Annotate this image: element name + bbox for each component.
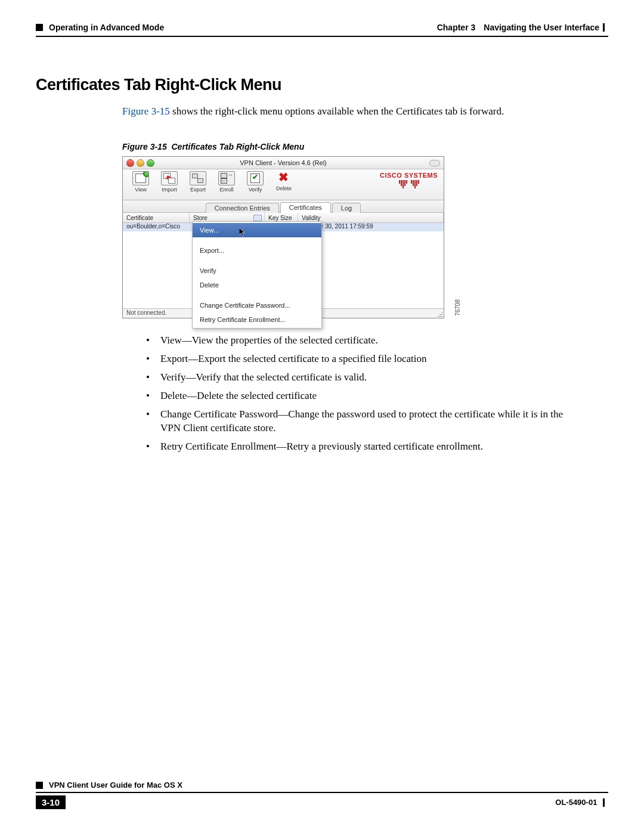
figure-title: Certificates Tab Right-Click Menu [171,142,304,151]
header-rule [36,36,608,37]
page-number: 3-10 [36,795,66,809]
enroll-button-label: Enroll [219,187,233,193]
menu-separator [193,292,321,298]
sort-indicator-icon [253,215,262,221]
figure-caption: Figure 3-15 Certificates Tab Right-Click… [122,142,608,151]
zoom-window-icon[interactable] [147,159,154,167]
menu-item-delete[interactable]: Delete [193,278,321,292]
col-certificate[interactable]: Certificate [123,213,190,222]
footer-bottom: 3-10 OL-5490-01 [36,795,608,809]
enroll-button[interactable]: Enroll [212,171,241,193]
import-button-label: Import [162,187,177,193]
header-left: Operating in Advanced Mode [36,23,164,32]
import-button[interactable]: Import [155,171,184,193]
page-header: Operating in Advanced Mode Chapter 3 Nav… [36,23,608,32]
export-icon [190,171,206,185]
col-store-label: Store [193,215,208,221]
export-button-label: Export [190,187,206,193]
list-item: Verify—Verify that the selected certific… [146,371,584,385]
header-right: Chapter 3 Navigating the User Interface [437,23,608,32]
menu-item-export[interactable]: Export... [193,243,321,258]
document-page: Operating in Advanced Mode Chapter 3 Nav… [0,0,644,833]
intro-rest: shows the right-click menu options avail… [170,106,504,117]
tab-log[interactable]: Log [332,203,361,213]
delete-button[interactable]: Delete [270,171,298,191]
figure-cross-reference[interactable]: Figure 3-15 [122,106,170,117]
cell-certificate: ou=Boulder,o=Cisco [123,223,190,231]
delete-icon [276,171,292,184]
footer-guide-title: VPN Client User Guide for Mac OS X [49,781,182,789]
window-titlebar[interactable]: VPN Client - Version 4.6 (Rel) [123,157,444,169]
app-window: VPN Client - Version 4.6 (Rel) View Impo… [122,156,444,318]
list-item: Delete—Delete the selected certificate [146,389,584,403]
footer-right: OL-5490-01 [555,798,608,807]
window-title-text: VPN Client - Version 4.6 (Rel) [240,159,327,166]
brand-text: CISCO SYSTEMS [380,172,438,179]
figure-body: VPN Client - Version 4.6 (Rel) View Impo… [122,156,450,318]
menu-item-verify[interactable]: Verify [193,264,321,278]
header-section-label: Operating in Advanced Mode [49,23,164,32]
header-end-rule-icon [603,23,605,32]
footer-end-rule-icon [603,798,605,807]
menu-item-change-password[interactable]: Change Certificate Password... [193,298,321,312]
footer-marker-icon [36,782,43,789]
toolbar: View Import Export Enroll Verify [123,169,444,200]
view-button[interactable]: View [126,171,155,193]
mouse-cursor-icon [239,228,246,237]
intro-paragraph: Figure 3-15 shows the right-click menu o… [122,105,608,118]
list-item: Export—Export the selected certificate t… [146,352,584,366]
import-icon [161,171,178,185]
verify-button-label: Verify [249,187,262,193]
tab-row: Connection Entries Certificates Log [123,200,444,213]
bullet-list: View—View the properties of the selected… [122,334,608,454]
status-text: Not connected. [126,309,166,316]
header-marker-icon [36,24,43,31]
toolbar-toggle-pill-icon[interactable] [429,160,440,166]
list-item: Change Certificate Password—Change the p… [146,408,584,435]
menu-separator [193,258,321,264]
minimize-window-icon[interactable] [137,159,144,167]
brand-bridge-icon [380,180,438,188]
tab-certificates[interactable]: Certificates [280,202,331,213]
list-item: Retry Certificate Enrollment—Retry a pre… [146,440,584,454]
view-button-label: View [135,187,146,193]
header-chapter-title: Navigating the User Interface [484,23,599,32]
close-window-icon[interactable] [126,159,134,167]
figure-number: Figure 3-15 [122,142,167,151]
footer-top: VPN Client User Guide for Mac OS X [36,781,608,789]
verify-button[interactable]: Verify [241,171,270,193]
menu-item-view[interactable]: View... [193,223,321,237]
delete-button-label: Delete [276,185,292,191]
footer-rule [36,792,608,793]
doc-id: OL-5490-01 [555,798,597,807]
verify-icon [247,171,264,185]
brand-logo: CISCO SYSTEMS [380,172,438,188]
enroll-icon [218,171,235,185]
menu-item-retry-enrollment[interactable]: Retry Certificate Enrollment... [193,312,321,327]
section-heading: Certificates Tab Right-Click Menu [36,76,608,94]
menu-separator [193,237,321,243]
export-button[interactable]: Export [184,171,212,193]
window-traffic-lights [126,159,154,167]
page-footer: VPN Client User Guide for Mac OS X 3-10 … [36,781,608,809]
figure-side-id: 76708 [454,299,461,316]
resize-grip-icon[interactable] [436,311,442,317]
tab-connection-entries[interactable]: Connection Entries [206,203,279,213]
view-icon [132,171,149,185]
context-menu: View... Export... Verify Delete Change C… [192,221,322,329]
header-chapter-prefix: Chapter 3 [437,23,476,32]
list-item: View—View the properties of the selected… [146,334,584,348]
